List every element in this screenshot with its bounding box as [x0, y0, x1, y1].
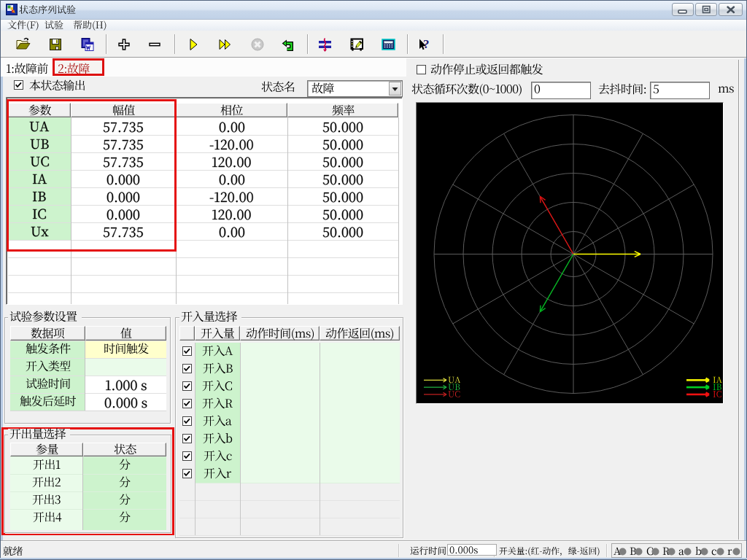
svg-text:?: ? — [423, 37, 430, 51]
